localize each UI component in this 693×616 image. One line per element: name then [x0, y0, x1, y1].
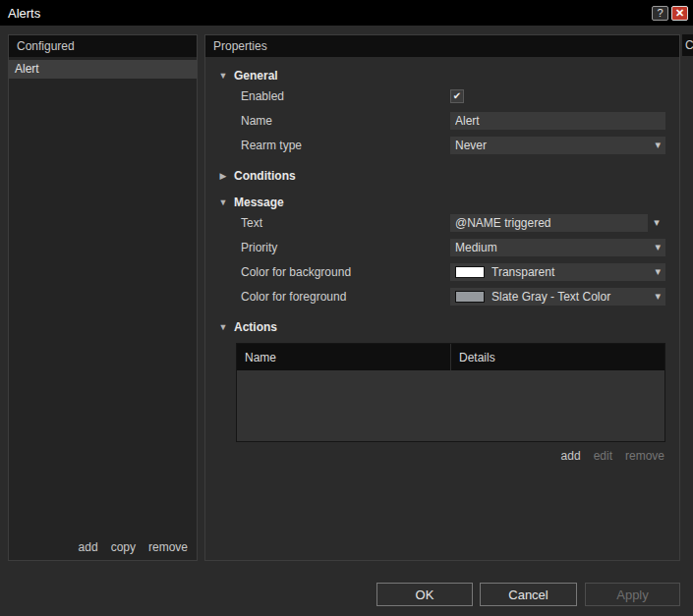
message-text-control: ▾	[450, 214, 665, 232]
rearm-type-row: Rearm type Never ▾	[205, 133, 679, 157]
background-window-sliver: C	[682, 34, 693, 56]
actions-column-name: Name	[237, 344, 451, 370]
collapse-triangle-icon: ▼	[218, 322, 228, 332]
section-message[interactable]: ▼ Message	[205, 195, 679, 210]
collapse-triangle-icon: ▼	[218, 71, 228, 81]
foreground-color-control: Slate Gray - Text Color ▾	[450, 288, 665, 306]
rearm-type-control: Never ▾	[450, 137, 665, 154]
rearm-type-value: Never	[455, 139, 655, 152]
add-action-link[interactable]: add	[561, 449, 581, 463]
remove-action-link[interactable]: remove	[625, 449, 664, 463]
chevron-down-icon: ▾	[655, 266, 661, 277]
enabled-control: ✔	[450, 89, 665, 103]
properties-panel-header: Properties	[205, 35, 679, 57]
background-color-control: Transparent ▾	[450, 263, 665, 281]
window-title: Alerts	[8, 6, 649, 21]
actions-table: Name Details	[236, 343, 665, 442]
color-swatch	[455, 266, 485, 278]
chevron-down-icon: ▾	[655, 242, 661, 252]
section-message-label: Message	[234, 196, 284, 209]
name-control	[450, 112, 665, 130]
apply-button[interactable]: Apply	[585, 583, 680, 606]
priority-value: Medium	[455, 241, 655, 254]
background-color-row: Color for background Transparent ▾	[205, 259, 679, 284]
priority-label: Priority	[241, 241, 450, 254]
section-conditions[interactable]: ▶ Conditions	[205, 168, 679, 184]
foreground-color-select[interactable]: Slate Gray - Text Color ▾	[450, 288, 665, 306]
properties-panel: Properties ▼ General Enabled ✔ Name Rear…	[204, 34, 680, 561]
section-general[interactable]: ▼ General	[205, 68, 679, 84]
message-text-row: Text ▾	[205, 210, 679, 235]
expand-triangle-icon: ▶	[218, 171, 228, 181]
actions-link-bar: add edit remove	[205, 449, 664, 463]
section-actions-label: Actions	[234, 320, 277, 334]
priority-select[interactable]: Medium ▾	[450, 239, 665, 256]
enabled-checkbox[interactable]: ✔	[450, 89, 464, 103]
list-item-alert[interactable]: Alert	[9, 60, 197, 79]
priority-row: Priority Medium ▾	[205, 235, 679, 259]
rearm-type-label: Rearm type	[241, 139, 450, 152]
actions-column-details: Details	[451, 344, 664, 370]
edit-action-link[interactable]: edit	[594, 449, 612, 463]
title-bar: Alerts ? ✕	[0, 0, 693, 26]
message-text-input[interactable]	[450, 214, 648, 232]
actions-table-body	[237, 370, 664, 441]
enabled-label: Enabled	[241, 89, 450, 103]
chevron-down-icon: ▾	[655, 291, 661, 302]
foreground-color-label: Color for foreground	[241, 290, 450, 304]
color-swatch	[455, 291, 485, 303]
copy-alert-link[interactable]: copy	[111, 540, 136, 554]
ok-button[interactable]: OK	[376, 583, 473, 606]
configured-panel: Configured Alert add copy remove	[8, 34, 198, 561]
priority-control: Medium ▾	[450, 239, 665, 256]
name-label: Name	[241, 114, 450, 128]
foreground-color-row: Color for foreground Slate Gray - Text C…	[205, 284, 679, 308]
name-row: Name	[205, 108, 679, 133]
foreground-color-value: Slate Gray - Text Color	[491, 290, 655, 304]
check-icon: ✔	[453, 91, 461, 101]
close-button[interactable]: ✕	[671, 6, 688, 21]
chevron-down-icon: ▾	[655, 140, 661, 150]
section-general-label: General	[234, 69, 278, 83]
remove-alert-link[interactable]: remove	[148, 540, 188, 554]
background-color-value: Transparent	[491, 265, 655, 279]
help-button[interactable]: ?	[652, 6, 668, 21]
enabled-row: Enabled ✔	[205, 84, 679, 108]
collapse-triangle-icon: ▼	[218, 197, 228, 207]
section-actions[interactable]: ▼ Actions	[205, 319, 679, 335]
rearm-type-select[interactable]: Never ▾	[450, 137, 665, 154]
actions-table-header: Name Details	[237, 344, 664, 370]
message-text-label: Text	[241, 216, 450, 230]
configured-panel-header: Configured	[9, 35, 197, 57]
configured-link-bar: add copy remove	[79, 540, 188, 554]
section-conditions-label: Conditions	[234, 169, 296, 183]
message-text-combo: ▾	[450, 214, 665, 232]
background-color-label: Color for background	[241, 265, 450, 279]
background-color-select[interactable]: Transparent ▾	[450, 263, 665, 281]
add-alert-link[interactable]: add	[79, 540, 98, 554]
name-input[interactable]	[450, 112, 665, 130]
chevron-down-icon[interactable]: ▾	[648, 216, 665, 229]
cancel-button[interactable]: Cancel	[480, 583, 577, 606]
